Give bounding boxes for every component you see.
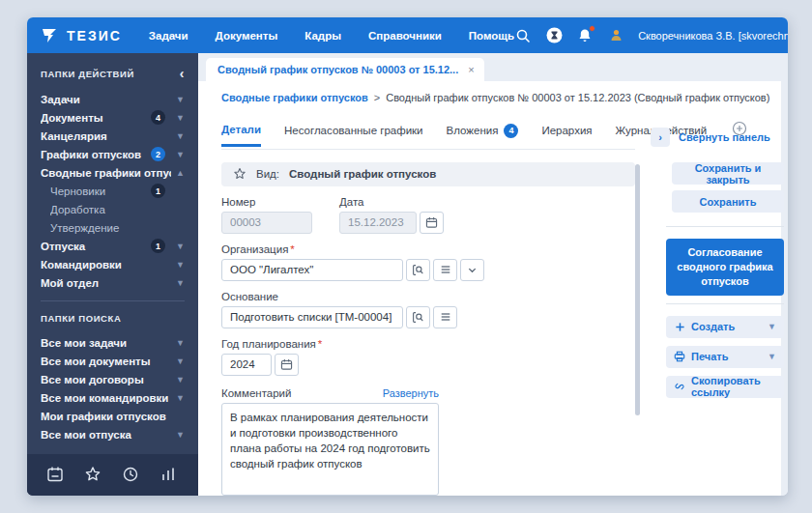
chevron-down-icon: ▼: [171, 430, 185, 440]
calendar-icon[interactable]: [46, 466, 66, 485]
chevron-down-icon: ▼: [768, 352, 776, 361]
statistics-icon[interactable]: [160, 466, 179, 485]
date-calendar-icon[interactable]: [420, 212, 444, 234]
chevron-down-icon: ▼: [171, 242, 185, 251]
app-window: ТЕЗИС Задачи Документы Кадры Справочники…: [27, 17, 788, 496]
number-label: Номер: [221, 196, 312, 208]
nav-tasks[interactable]: Задачи: [149, 30, 188, 42]
link-icon: [674, 381, 685, 392]
action-folders-title: ПАПКИ ДЕЙСТВИЙ: [41, 69, 134, 79]
top-navigation: Задачи Документы Кадры Справочники Помощ…: [149, 30, 514, 42]
sidebar-item-approval[interactable]: Утверждение: [41, 218, 185, 237]
chevron-down-icon: ▼: [171, 356, 185, 366]
save-button[interactable]: Сохранить: [672, 190, 784, 213]
create-button[interactable]: Создать ▼: [666, 316, 784, 338]
breadcrumb-separator: >: [374, 92, 380, 103]
copy-link-button[interactable]: Скопировать ссылку: [666, 376, 784, 398]
search-icon[interactable]: [514, 27, 532, 44]
count-badge: 1: [151, 184, 165, 198]
printer-icon: [674, 351, 685, 362]
organization-field[interactable]: [221, 259, 403, 281]
user-avatar[interactable]: [607, 27, 624, 44]
chevron-down-icon: ▼: [171, 393, 185, 403]
date-field[interactable]: [339, 212, 417, 234]
tab-details[interactable]: Детали: [221, 124, 261, 147]
substitution-status-icon[interactable]: [545, 27, 563, 44]
nav-hr[interactable]: Кадры: [304, 30, 341, 42]
organization-label: Организация*: [221, 243, 635, 255]
notifications-bell-icon[interactable]: [576, 27, 594, 44]
panel-divider: [666, 226, 784, 227]
form-scrollbar[interactable]: [635, 164, 640, 415]
sidebar-item-all-my-vacations[interactable]: Все мои отпуска▼: [41, 425, 185, 443]
panel-divider: [666, 303, 784, 304]
plan-year-field[interactable]: [221, 354, 272, 376]
action-panel: › Свернуть панель Сохранить и закрыть Со…: [651, 111, 784, 496]
collapse-panel-button[interactable]: › Свернуть панель: [651, 128, 784, 147]
favorites-star-icon[interactable]: [84, 466, 103, 485]
sidebar-item-rework[interactable]: Доработка: [41, 200, 185, 218]
notification-dot: [589, 25, 595, 32]
sidebar-collapse-icon[interactable]: ‹: [180, 67, 185, 80]
favorite-star-icon[interactable]: [233, 167, 246, 181]
tab-attachments[interactable]: Вложения 4: [447, 124, 519, 147]
organization-dropdown-icon[interactable]: [460, 259, 484, 281]
organization-lookup-icon[interactable]: [406, 259, 430, 281]
close-icon[interactable]: ×: [468, 64, 474, 75]
number-field[interactable]: [221, 212, 312, 234]
breadcrumb-link[interactable]: Сводные графики отпусков: [221, 92, 368, 103]
approve-schedule-button[interactable]: Согласование сводного графика отпусков: [666, 239, 784, 296]
tab-unapproved-schedules[interactable]: Несогласованные графики: [284, 125, 423, 145]
basis-lookup-icon[interactable]: [406, 306, 430, 328]
nav-help[interactable]: Помощь: [469, 30, 514, 42]
content-area: Сводный график отпусков № 00003 от 15.12…: [198, 53, 788, 496]
collapse-panel-label: Свернуть панель: [679, 131, 770, 143]
sidebar-item-business-trips[interactable]: Командировки▼: [41, 255, 185, 273]
required-mark: *: [290, 243, 294, 255]
chevron-down-icon: ▼: [768, 322, 776, 331]
sidebar-item-vacations[interactable]: Отпуска 1 ▼: [41, 237, 185, 255]
chevron-right-icon: ›: [651, 128, 670, 147]
sidebar-item-all-my-documents[interactable]: Все мои документы▼: [41, 352, 185, 370]
organization-menu-icon[interactable]: [433, 259, 457, 281]
nav-documents[interactable]: Документы: [216, 30, 278, 42]
basis-menu-icon[interactable]: [433, 306, 457, 328]
sidebar-item-all-my-tasks[interactable]: Все мои задачи▼: [41, 333, 185, 352]
sidebar-item-vacation-schedules[interactable]: Графики отпусков 2 ▼: [41, 145, 185, 163]
basis-label: Основание: [221, 291, 635, 302]
kind-label: Вид:: [256, 168, 279, 180]
sidebar-item-my-department[interactable]: Мой отдел▼: [41, 273, 185, 292]
plus-icon: [674, 321, 685, 332]
required-mark: *: [318, 338, 322, 350]
topbar-right: Скворечникова З.В. [skvorechnikova]: [514, 27, 788, 44]
sidebar-item-summary-vacation-schedules[interactable]: Сводные графики отпусков▲: [41, 163, 185, 182]
print-button[interactable]: Печать ▼: [666, 346, 784, 368]
sidebar-item-documents[interactable]: Документы 4 ▼: [41, 108, 185, 127]
comment-expand-link[interactable]: Развернуть: [383, 387, 439, 399]
top-bar: ТЕЗИС Задачи Документы Кадры Справочники…: [27, 17, 788, 53]
comment-field[interactable]: В рамках планирования деятельности и под…: [221, 403, 439, 496]
chevron-down-icon: ▼: [171, 150, 185, 159]
chevron-down-icon: ▼: [171, 95, 185, 104]
breadcrumb-current: Сводный график отпусков № 00003 от 15.12…: [386, 92, 769, 103]
breadcrumb: Сводные графики отпусков > Сводный графи…: [198, 81, 781, 111]
tab-hierarchy[interactable]: Иерархия: [541, 125, 592, 145]
sidebar-item-tasks[interactable]: Задачи▼: [41, 90, 185, 108]
sidebar-divider: [41, 300, 185, 301]
history-icon[interactable]: [122, 466, 141, 485]
tezis-logo-icon: [41, 27, 60, 44]
sidebar-item-chancellery[interactable]: Канцелярия▼: [41, 127, 185, 145]
sidebar-item-all-my-contracts[interactable]: Все мои договоры▼: [41, 370, 185, 388]
document-tab[interactable]: Сводный график отпусков № 00003 от 15.12…: [206, 58, 484, 81]
nav-references[interactable]: Справочники: [368, 30, 442, 42]
chevron-down-icon: ▼: [171, 375, 185, 385]
sidebar-item-all-my-trips[interactable]: Все мои командировки▼: [41, 388, 185, 407]
attachments-count-badge: 4: [504, 124, 518, 138]
plan-year-calendar-icon[interactable]: [275, 354, 299, 376]
current-user-name[interactable]: Скворечникова З.В. [skvorechnikova]: [638, 30, 788, 42]
sidebar-item-drafts[interactable]: Черновики 1: [41, 182, 185, 200]
sidebar-item-my-vacation-schedules[interactable]: Мои графики отпусков: [41, 407, 185, 425]
save-close-button[interactable]: Сохранить и закрыть: [672, 162, 784, 185]
app-logo[interactable]: ТЕЗИС: [41, 27, 122, 44]
basis-field[interactable]: [221, 306, 403, 328]
